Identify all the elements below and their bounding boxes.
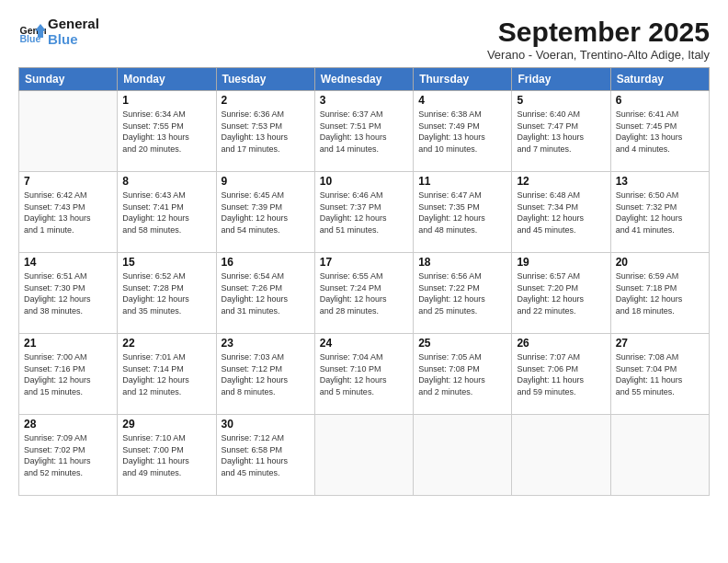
- month-title: September 2025: [487, 17, 710, 48]
- cell-day-number: 16: [222, 256, 310, 269]
- cell-info: Sunrise: 7:09 AM Sunset: 7:02 PM Dayligh…: [24, 432, 112, 478]
- cal-cell: 29Sunrise: 7:10 AM Sunset: 7:00 PM Dayli…: [118, 415, 216, 496]
- cell-day-number: 22: [122, 337, 210, 350]
- cell-info: Sunrise: 7:07 AM Sunset: 7:06 PM Dayligh…: [517, 351, 605, 397]
- cell-info: Sunrise: 6:38 AM Sunset: 7:49 PM Dayligh…: [418, 109, 506, 155]
- cell-info: Sunrise: 6:55 AM Sunset: 7:24 PM Dayligh…: [320, 270, 408, 316]
- week-row-5: 28Sunrise: 7:09 AM Sunset: 7:02 PM Dayli…: [19, 415, 710, 496]
- cell-day-number: 9: [222, 175, 310, 188]
- cal-cell: 16Sunrise: 6:54 AM Sunset: 7:26 PM Dayli…: [216, 253, 314, 334]
- location-subtitle: Verano - Voeran, Trentino-Alto Adige, It…: [487, 48, 710, 62]
- cell-day-number: 26: [517, 337, 605, 350]
- cell-info: Sunrise: 7:12 AM Sunset: 6:58 PM Dayligh…: [222, 432, 310, 478]
- cell-info: Sunrise: 6:43 AM Sunset: 7:41 PM Dayligh…: [122, 190, 210, 236]
- cal-cell: 21Sunrise: 7:00 AM Sunset: 7:16 PM Dayli…: [19, 334, 118, 415]
- cell-info: Sunrise: 6:42 AM Sunset: 7:43 PM Dayligh…: [24, 190, 112, 236]
- cell-info: Sunrise: 6:56 AM Sunset: 7:22 PM Dayligh…: [418, 270, 506, 316]
- cell-day-number: 19: [517, 256, 605, 269]
- cal-cell: 3Sunrise: 6:37 AM Sunset: 7:51 PM Daylig…: [314, 91, 413, 172]
- cell-day-number: 2: [222, 94, 310, 107]
- cell-info: Sunrise: 6:36 AM Sunset: 7:53 PM Dayligh…: [222, 109, 310, 155]
- day-header-monday: Monday: [118, 68, 216, 91]
- cal-cell: 8Sunrise: 6:43 AM Sunset: 7:41 PM Daylig…: [118, 172, 216, 253]
- cell-day-number: 5: [517, 94, 605, 107]
- cell-info: Sunrise: 6:47 AM Sunset: 7:35 PM Dayligh…: [418, 190, 506, 236]
- cell-day-number: 14: [24, 256, 112, 269]
- cell-info: Sunrise: 6:41 AM Sunset: 7:45 PM Dayligh…: [616, 109, 704, 155]
- day-header-tuesday: Tuesday: [216, 68, 314, 91]
- cell-day-number: 7: [24, 175, 112, 188]
- cal-cell: 15Sunrise: 6:52 AM Sunset: 7:28 PM Dayli…: [118, 253, 216, 334]
- cell-day-number: 12: [517, 175, 605, 188]
- cal-cell: 13Sunrise: 6:50 AM Sunset: 7:32 PM Dayli…: [610, 172, 709, 253]
- header: General Blue General Blue September 2025…: [18, 17, 710, 62]
- cal-cell: 28Sunrise: 7:09 AM Sunset: 7:02 PM Dayli…: [19, 415, 118, 496]
- cell-day-number: 29: [122, 418, 210, 431]
- cell-info: Sunrise: 7:00 AM Sunset: 7:16 PM Dayligh…: [24, 351, 112, 397]
- week-row-3: 14Sunrise: 6:51 AM Sunset: 7:30 PM Dayli…: [19, 253, 710, 334]
- cal-cell: 12Sunrise: 6:48 AM Sunset: 7:34 PM Dayli…: [512, 172, 610, 253]
- cell-day-number: 6: [616, 94, 704, 107]
- logo-line1: General: [48, 17, 99, 32]
- cell-info: Sunrise: 6:51 AM Sunset: 7:30 PM Dayligh…: [24, 270, 112, 316]
- cal-cell: 27Sunrise: 7:08 AM Sunset: 7:04 PM Dayli…: [610, 334, 709, 415]
- cal-cell: 19Sunrise: 6:57 AM Sunset: 7:20 PM Dayli…: [512, 253, 610, 334]
- day-header-saturday: Saturday: [610, 68, 709, 91]
- cell-day-number: 10: [320, 175, 408, 188]
- cal-cell: 14Sunrise: 6:51 AM Sunset: 7:30 PM Dayli…: [19, 253, 118, 334]
- page: General Blue General Blue September 2025…: [0, 0, 728, 563]
- cell-day-number: 3: [320, 94, 408, 107]
- cell-info: Sunrise: 6:52 AM Sunset: 7:28 PM Dayligh…: [122, 270, 210, 316]
- cal-cell: 6Sunrise: 6:41 AM Sunset: 7:45 PM Daylig…: [610, 91, 709, 172]
- cell-day-number: 17: [320, 256, 408, 269]
- cell-day-number: 18: [418, 256, 506, 269]
- cell-day-number: 4: [418, 94, 506, 107]
- calendar-table: SundayMondayTuesdayWednesdayThursdayFrid…: [18, 67, 710, 496]
- cal-cell: 4Sunrise: 6:38 AM Sunset: 7:49 PM Daylig…: [414, 91, 512, 172]
- cell-day-number: 13: [616, 175, 704, 188]
- cal-cell: 26Sunrise: 7:07 AM Sunset: 7:06 PM Dayli…: [512, 334, 610, 415]
- week-row-2: 7Sunrise: 6:42 AM Sunset: 7:43 PM Daylig…: [19, 172, 710, 253]
- cal-cell: 23Sunrise: 7:03 AM Sunset: 7:12 PM Dayli…: [216, 334, 314, 415]
- cal-cell: 20Sunrise: 6:59 AM Sunset: 7:18 PM Dayli…: [610, 253, 709, 334]
- cell-info: Sunrise: 6:37 AM Sunset: 7:51 PM Dayligh…: [320, 109, 408, 155]
- cell-info: Sunrise: 7:10 AM Sunset: 7:00 PM Dayligh…: [122, 432, 210, 478]
- day-header-sunday: Sunday: [19, 68, 118, 91]
- logo: General Blue General Blue: [18, 17, 99, 47]
- cal-cell: 5Sunrise: 6:40 AM Sunset: 7:47 PM Daylig…: [512, 91, 610, 172]
- cal-cell: 17Sunrise: 6:55 AM Sunset: 7:24 PM Dayli…: [314, 253, 413, 334]
- cal-cell: 24Sunrise: 7:04 AM Sunset: 7:10 PM Dayli…: [314, 334, 413, 415]
- cal-cell: [414, 415, 512, 496]
- cell-info: Sunrise: 6:46 AM Sunset: 7:37 PM Dayligh…: [320, 190, 408, 236]
- logo-line2: Blue: [48, 32, 99, 48]
- cal-cell: [610, 415, 709, 496]
- cell-info: Sunrise: 7:08 AM Sunset: 7:04 PM Dayligh…: [616, 351, 704, 397]
- cal-cell: 11Sunrise: 6:47 AM Sunset: 7:35 PM Dayli…: [414, 172, 512, 253]
- cell-info: Sunrise: 6:40 AM Sunset: 7:47 PM Dayligh…: [517, 109, 605, 155]
- cell-info: Sunrise: 7:01 AM Sunset: 7:14 PM Dayligh…: [122, 351, 210, 397]
- cal-cell: [314, 415, 413, 496]
- title-block: September 2025 Verano - Voeran, Trentino…: [487, 17, 710, 62]
- cell-info: Sunrise: 6:50 AM Sunset: 7:32 PM Dayligh…: [616, 190, 704, 236]
- cell-day-number: 25: [418, 337, 506, 350]
- day-header-friday: Friday: [512, 68, 610, 91]
- logo-icon: General Blue: [18, 18, 46, 46]
- cell-day-number: 21: [24, 337, 112, 350]
- cell-info: Sunrise: 6:54 AM Sunset: 7:26 PM Dayligh…: [222, 270, 310, 316]
- cell-day-number: 24: [320, 337, 408, 350]
- cell-day-number: 20: [616, 256, 704, 269]
- cal-cell: 25Sunrise: 7:05 AM Sunset: 7:08 PM Dayli…: [414, 334, 512, 415]
- cell-info: Sunrise: 6:45 AM Sunset: 7:39 PM Dayligh…: [222, 190, 310, 236]
- cell-day-number: 23: [222, 337, 310, 350]
- cell-day-number: 27: [616, 337, 704, 350]
- week-row-1: 1Sunrise: 6:34 AM Sunset: 7:55 PM Daylig…: [19, 91, 710, 172]
- cell-info: Sunrise: 7:05 AM Sunset: 7:08 PM Dayligh…: [418, 351, 506, 397]
- cell-day-number: 11: [418, 175, 506, 188]
- svg-text:Blue: Blue: [20, 32, 41, 43]
- cal-cell: 2Sunrise: 6:36 AM Sunset: 7:53 PM Daylig…: [216, 91, 314, 172]
- cal-cell: [512, 415, 610, 496]
- week-row-4: 21Sunrise: 7:00 AM Sunset: 7:16 PM Dayli…: [19, 334, 710, 415]
- cell-info: Sunrise: 6:59 AM Sunset: 7:18 PM Dayligh…: [616, 270, 704, 316]
- cell-info: Sunrise: 7:04 AM Sunset: 7:10 PM Dayligh…: [320, 351, 408, 397]
- cell-day-number: 1: [122, 94, 210, 107]
